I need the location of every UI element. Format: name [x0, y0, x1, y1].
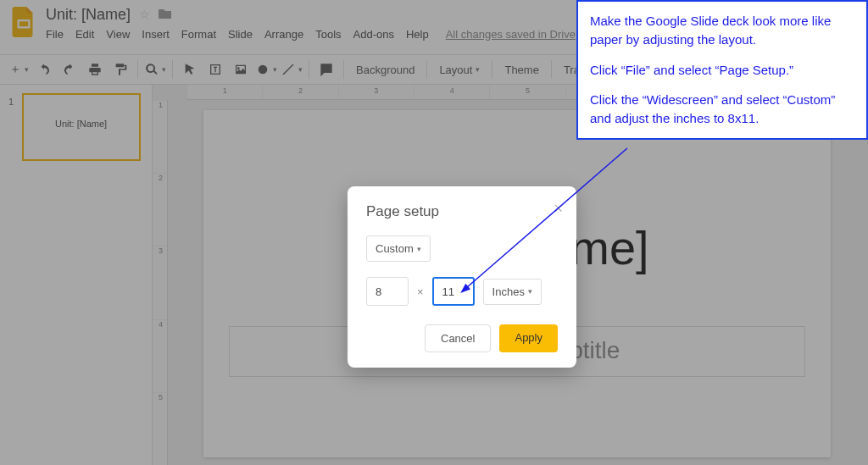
separator — [137, 60, 138, 79]
textbox-tool-icon[interactable] — [203, 58, 227, 81]
height-input[interactable] — [432, 277, 475, 306]
svg-rect-1 — [19, 21, 29, 26]
size-mode-select[interactable]: Custom▾ — [366, 235, 431, 262]
redo-button[interactable] — [58, 58, 81, 81]
layout-button[interactable]: Layout▾ — [432, 58, 487, 81]
units-select[interactable]: Inches▾ — [483, 279, 542, 305]
comment-button[interactable] — [314, 58, 338, 81]
separator — [309, 60, 309, 79]
dialog-title: Page setup — [366, 203, 558, 220]
menu-view[interactable]: View — [106, 28, 130, 41]
slides-logo-icon — [8, 7, 39, 37]
width-input[interactable] — [366, 277, 409, 306]
callout-line-3: Click the “Widescreen” and select “Custo… — [590, 91, 854, 128]
slide-number: 1 — [8, 97, 19, 107]
apply-button[interactable]: Apply — [499, 324, 558, 352]
theme-button[interactable]: Theme — [498, 58, 545, 81]
select-tool-icon[interactable] — [178, 58, 202, 81]
separator — [343, 60, 344, 79]
separator — [492, 60, 492, 79]
slide-thumbnail[interactable]: Unit: [Name] — [22, 93, 141, 161]
slide-panel: 1 Unit: [Name] — [0, 85, 153, 465]
menu-arrange[interactable]: Arrange — [264, 28, 303, 41]
zoom-button[interactable]: ▾ — [143, 58, 167, 81]
line-tool-icon[interactable]: ▾ — [280, 58, 303, 81]
shape-tool-icon[interactable]: ▾ — [254, 58, 278, 81]
separator — [551, 60, 552, 79]
save-status[interactable]: All changes saved in Drive — [446, 28, 576, 41]
background-button[interactable]: Background — [349, 58, 421, 81]
times-icon: × — [417, 285, 424, 298]
close-icon[interactable]: × — [554, 200, 563, 218]
image-tool-icon[interactable] — [229, 58, 253, 81]
star-icon[interactable]: ☆ — [139, 8, 150, 21]
callout-line-1: Make the Google Slide deck look more lik… — [590, 12, 854, 49]
ruler-vertical: 12 34 5 — [153, 100, 168, 465]
menu-format[interactable]: Format — [181, 28, 216, 41]
new-slide-button[interactable]: ＋▾ — [7, 58, 31, 81]
menu-tools[interactable]: Tools — [315, 28, 341, 41]
instruction-callout: Make the Google Slide deck look more lik… — [576, 0, 868, 140]
cancel-button[interactable]: Cancel — [425, 324, 491, 352]
menu-addons[interactable]: Add-ons — [353, 28, 394, 41]
separator — [426, 60, 427, 79]
undo-button[interactable] — [32, 58, 56, 81]
document-title[interactable]: Unit: [Name] — [46, 6, 131, 24]
print-button[interactable] — [83, 58, 107, 81]
separator — [172, 60, 173, 79]
page-setup-dialog: Page setup × Custom▾ × Inches▾ Cancel Ap… — [348, 186, 576, 368]
paint-format-button[interactable] — [108, 58, 132, 81]
folder-move-icon[interactable] — [159, 8, 172, 22]
svg-point-2 — [258, 65, 267, 75]
menu-help[interactable]: Help — [406, 28, 429, 41]
menu-insert[interactable]: Insert — [142, 28, 170, 41]
callout-line-2: Click “File” and select “Page Setup.” — [590, 61, 854, 80]
menu-edit[interactable]: Edit — [75, 28, 94, 41]
menu-slide[interactable]: Slide — [228, 28, 253, 41]
menu-file[interactable]: File — [46, 28, 64, 41]
thumb-title: Unit: [Name] — [24, 119, 139, 129]
